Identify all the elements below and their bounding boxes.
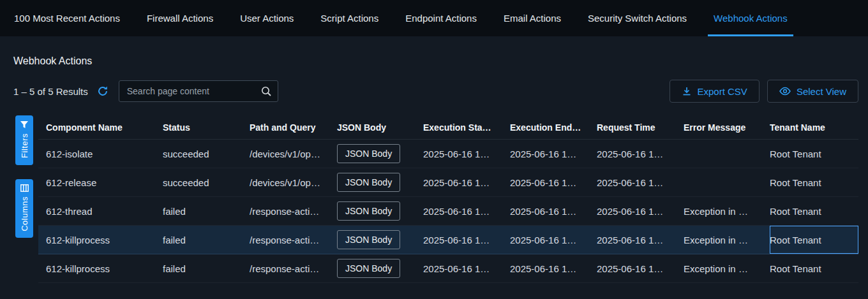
tab-firewall-actions[interactable]: Firewall Actions xyxy=(133,0,227,36)
results-count: 1 – 5 of 5 Results xyxy=(13,86,88,97)
table-row[interactable]: 612-release succeeded /devices/v1/op… JS… xyxy=(38,168,858,197)
cell-request-time: 2025-06-16 1… xyxy=(597,226,684,254)
column-header-error-message[interactable]: Error Message xyxy=(684,115,770,139)
search-input[interactable] xyxy=(119,80,278,102)
cell-execution-end: 2025-06-16 1… xyxy=(510,226,597,254)
cell-status: failed xyxy=(163,197,250,225)
tab-script-actions[interactable]: Script Actions xyxy=(307,0,392,36)
cell-execution-end: 2025-06-16 1… xyxy=(510,140,597,168)
cell-status: succeeded xyxy=(163,140,250,168)
cell-component-name: 612-isolate xyxy=(38,140,163,168)
cell-json-body: JSON Body xyxy=(337,197,423,225)
cell-component-name: 612-thread xyxy=(38,197,163,225)
column-header-path-and-query[interactable]: Path and Query xyxy=(250,115,337,139)
refresh-icon[interactable] xyxy=(97,85,108,97)
cell-execution-start: 2025-06-16 1… xyxy=(423,254,510,282)
select-view-label: Select View xyxy=(797,86,846,97)
cell-tenant-name: Root Tenant xyxy=(770,197,858,225)
column-header-json-body[interactable]: JSON Body xyxy=(337,115,423,139)
table-row-selected[interactable]: 612-killprocess failed /response-acti… J… xyxy=(38,226,858,254)
toolbar: 1 – 5 of 5 Results Export CSV xyxy=(13,80,858,103)
funnel-icon xyxy=(20,120,29,129)
column-header-execution-end[interactable]: Execution End… xyxy=(510,115,597,139)
column-header-component-name[interactable]: Component Name xyxy=(38,115,163,139)
cell-json-body: JSON Body xyxy=(337,140,423,168)
column-header-request-time[interactable]: Request Time xyxy=(597,115,684,139)
cell-tenant-name: Root Tenant xyxy=(770,140,858,168)
page-title: Webhook Actions xyxy=(13,55,868,67)
cell-path-and-query: /devices/v1/op… xyxy=(250,140,337,168)
cell-status: succeeded xyxy=(163,168,250,196)
column-header-tenant-name[interactable]: Tenant Name xyxy=(770,115,858,139)
cell-error-message xyxy=(684,140,770,168)
tab-endpoint-actions[interactable]: Endpoint Actions xyxy=(392,0,490,36)
cell-tenant-name: Root Tenant xyxy=(770,168,858,196)
content-area: Filters Columns Component Name Status Pa… xyxy=(0,115,868,283)
cell-json-body: JSON Body xyxy=(337,254,423,282)
cell-path-and-query: /devices/v1/op… xyxy=(250,168,337,196)
export-csv-label: Export CSV xyxy=(698,86,747,97)
json-body-button[interactable]: JSON Body xyxy=(337,144,400,163)
cell-execution-end: 2025-06-16 1… xyxy=(510,197,597,225)
cell-status: failed xyxy=(163,226,250,254)
columns-icon xyxy=(20,184,29,192)
cell-json-body: JSON Body xyxy=(337,168,423,196)
search-icon[interactable] xyxy=(260,85,272,99)
json-body-button[interactable]: JSON Body xyxy=(337,173,400,192)
cell-status: failed xyxy=(163,254,250,282)
cell-request-time: 2025-06-16 1… xyxy=(597,197,684,225)
cell-error-message: Exception in … xyxy=(684,197,770,225)
select-view-button[interactable]: Select View xyxy=(767,80,858,103)
cell-path-and-query: /response-acti… xyxy=(250,254,337,282)
tab-email-actions[interactable]: Email Actions xyxy=(490,0,574,36)
tab-user-actions[interactable]: User Actions xyxy=(227,0,307,36)
table-row[interactable]: 612-killprocess failed /response-acti… J… xyxy=(38,254,858,283)
cell-tenant-name-focused[interactable]: Root Tenant xyxy=(770,226,858,254)
json-body-button[interactable]: JSON Body xyxy=(337,201,400,221)
column-header-execution-start[interactable]: Execution Sta… xyxy=(423,115,510,139)
eye-icon xyxy=(779,87,791,96)
cell-request-time: 2025-06-16 1… xyxy=(597,168,684,196)
json-body-button[interactable]: JSON Body xyxy=(337,230,400,249)
cell-execution-end: 2025-06-16 1… xyxy=(510,168,597,196)
download-icon xyxy=(682,86,692,96)
search-box xyxy=(119,80,278,102)
columns-button[interactable]: Columns xyxy=(15,179,33,238)
cell-path-and-query: /response-acti… xyxy=(250,197,337,225)
cell-request-time: 2025-06-16 1… xyxy=(597,140,684,168)
cell-component-name: 612-release xyxy=(38,168,163,196)
cell-error-message: Exception in … xyxy=(684,226,770,254)
cell-json-body: JSON Body xyxy=(337,226,423,254)
cell-error-message xyxy=(684,168,770,196)
tab-100-most-recent-actions[interactable]: 100 Most Recent Actions xyxy=(14,0,133,36)
table-row[interactable]: 612-thread failed /response-acti… JSON B… xyxy=(38,197,858,226)
cell-execution-start: 2025-06-16 1… xyxy=(423,168,510,196)
cell-tenant-name: Root Tenant xyxy=(770,254,858,282)
tab-webhook-actions[interactable]: Webhook Actions xyxy=(700,0,801,36)
webhook-actions-table: Component Name Status Path and Query JSO… xyxy=(38,115,858,283)
side-panel-buttons: Filters Columns xyxy=(0,115,38,283)
tab-bar: 100 Most Recent Actions Firewall Actions… xyxy=(0,0,868,36)
cell-component-name: 612-killprocess xyxy=(38,254,163,282)
cell-execution-start: 2025-06-16 1… xyxy=(423,197,510,225)
json-body-button[interactable]: JSON Body xyxy=(337,259,400,278)
export-csv-button[interactable]: Export CSV xyxy=(670,80,760,103)
table-row[interactable]: 612-isolate succeeded /devices/v1/op… JS… xyxy=(38,140,858,168)
filters-button-label: Filters xyxy=(20,133,29,158)
columns-button-label: Columns xyxy=(20,196,29,231)
cell-execution-start: 2025-06-16 1… xyxy=(423,140,510,168)
filters-button[interactable]: Filters xyxy=(15,115,33,165)
cell-execution-end: 2025-06-16 1… xyxy=(510,254,597,282)
column-header-status[interactable]: Status xyxy=(163,115,250,139)
cell-request-time: 2025-06-16 1… xyxy=(597,254,684,282)
cell-error-message: Exception in … xyxy=(684,254,770,282)
tab-security-switch-actions[interactable]: Security Switch Actions xyxy=(574,0,700,36)
table-header-row: Component Name Status Path and Query JSO… xyxy=(38,115,858,140)
cell-path-and-query: /response-acti… xyxy=(250,226,337,254)
cell-component-name: 612-killprocess xyxy=(38,226,163,254)
cell-execution-start: 2025-06-16 1… xyxy=(423,226,510,254)
